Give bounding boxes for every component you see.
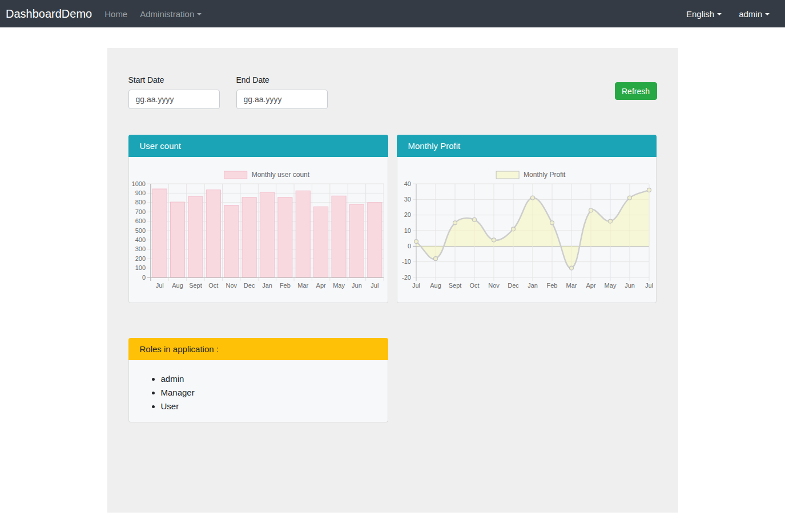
svg-text:30: 30: [404, 196, 410, 203]
list-item: Manager: [161, 388, 376, 397]
roles-card: Roles in application : admin Manager Use…: [128, 338, 388, 422]
end-date-field: End Date: [236, 75, 328, 109]
svg-text:10: 10: [404, 227, 410, 234]
svg-text:May: May: [604, 282, 616, 289]
svg-text:-20: -20: [402, 274, 411, 281]
list-item: admin: [161, 374, 376, 384]
svg-text:900: 900: [135, 190, 145, 196]
main-container: Start Date End Date Refresh User count 0…: [107, 48, 678, 513]
start-date-label: Start Date: [128, 75, 220, 84]
svg-text:Nov: Nov: [488, 282, 500, 289]
chevron-down-icon: [717, 13, 722, 15]
svg-text:1000: 1000: [131, 180, 145, 187]
user-count-card: User count 01002003004005006007008009001…: [128, 135, 388, 303]
monthly-profit-card: Monthly Profit -20-10010203040JulAugSept…: [397, 135, 657, 303]
svg-text:Sept: Sept: [448, 282, 461, 289]
svg-text:Apr: Apr: [586, 282, 595, 289]
svg-text:Jul: Jul: [371, 282, 379, 289]
nav-item-home[interactable]: Home: [104, 9, 127, 19]
svg-text:Feb: Feb: [279, 282, 290, 289]
monthly-profit-card-header: Monthly Profit: [397, 135, 657, 157]
charts-row: User count 01002003004005006007008009001…: [128, 135, 657, 303]
nav-item-user-menu[interactable]: admin: [739, 9, 770, 19]
svg-text:Jul: Jul: [155, 282, 163, 289]
refresh-button[interactable]: Refresh: [615, 82, 657, 100]
svg-text:Oct: Oct: [469, 282, 479, 289]
svg-text:Jan: Jan: [262, 282, 272, 289]
list-item: User: [161, 401, 376, 411]
monthly-profit-line-chart: -20-10010203040JulAugSeptOctNovDecJanFeb…: [398, 158, 657, 303]
nav-item-administration[interactable]: Administration: [140, 9, 202, 19]
svg-text:100: 100: [135, 264, 145, 271]
user-count-chart-body: 01002003004005006007008009001000JulAugSe…: [128, 157, 388, 303]
svg-text:Oct: Oct: [208, 282, 218, 289]
navbar: DashboardDemo Home Administration Englis…: [0, 0, 785, 27]
svg-text:0: 0: [407, 243, 410, 249]
svg-text:Jun: Jun: [625, 282, 635, 289]
roles-card-body: admin Manager User: [128, 360, 388, 422]
nav-item-language-label: English: [686, 9, 714, 19]
svg-text:700: 700: [135, 208, 145, 215]
svg-text:Jul: Jul: [645, 282, 653, 289]
svg-text:Mar: Mar: [566, 282, 577, 289]
chevron-down-icon: [765, 13, 770, 15]
svg-text:May: May: [333, 282, 345, 289]
chevron-down-icon: [197, 13, 202, 15]
svg-text:800: 800: [135, 199, 145, 205]
roles-list: admin Manager User: [140, 374, 376, 411]
svg-text:Feb: Feb: [546, 282, 557, 289]
nav-item-language[interactable]: English: [686, 9, 722, 19]
svg-text:400: 400: [135, 236, 145, 243]
svg-text:Monthly Profit: Monthly Profit: [524, 171, 566, 179]
svg-text:Nov: Nov: [226, 282, 237, 289]
svg-text:500: 500: [135, 227, 145, 234]
svg-text:-10: -10: [402, 258, 411, 265]
svg-text:600: 600: [135, 217, 145, 224]
brand-link[interactable]: DashboardDemo: [6, 7, 92, 21]
svg-text:Monthly user count: Monthly user count: [251, 171, 309, 179]
nav-item-home-label: Home: [104, 9, 127, 19]
nav-item-administration-label: Administration: [140, 9, 194, 19]
roles-card-header: Roles in application :: [128, 338, 388, 360]
user-count-card-header: User count: [128, 135, 388, 157]
filter-bar: Start Date End Date Refresh: [128, 75, 657, 109]
svg-text:300: 300: [135, 245, 145, 252]
svg-text:Jan: Jan: [528, 282, 538, 289]
svg-text:Dec: Dec: [243, 282, 255, 289]
start-date-field: Start Date: [128, 75, 220, 109]
monthly-profit-chart-body: -20-10010203040JulAugSeptOctNovDecJanFeb…: [397, 157, 657, 303]
svg-text:Aug: Aug: [430, 282, 441, 289]
svg-text:Jul: Jul: [412, 282, 420, 289]
svg-text:200: 200: [135, 255, 145, 262]
svg-text:Jun: Jun: [352, 282, 362, 289]
start-date-input[interactable]: [128, 90, 220, 109]
svg-text:Dec: Dec: [508, 282, 519, 289]
svg-text:0: 0: [142, 274, 145, 281]
nav-item-user-label: admin: [739, 9, 762, 19]
user-count-bar-chart: 01002003004005006007008009001000JulAugSe…: [130, 158, 388, 303]
svg-text:Sept: Sept: [189, 282, 202, 289]
svg-text:Apr: Apr: [316, 282, 325, 289]
svg-text:40: 40: [404, 180, 410, 187]
end-date-label: End Date: [236, 75, 328, 84]
svg-text:Aug: Aug: [172, 282, 183, 289]
svg-text:20: 20: [404, 211, 410, 218]
end-date-input[interactable]: [236, 90, 328, 109]
svg-text:Mar: Mar: [297, 282, 308, 289]
